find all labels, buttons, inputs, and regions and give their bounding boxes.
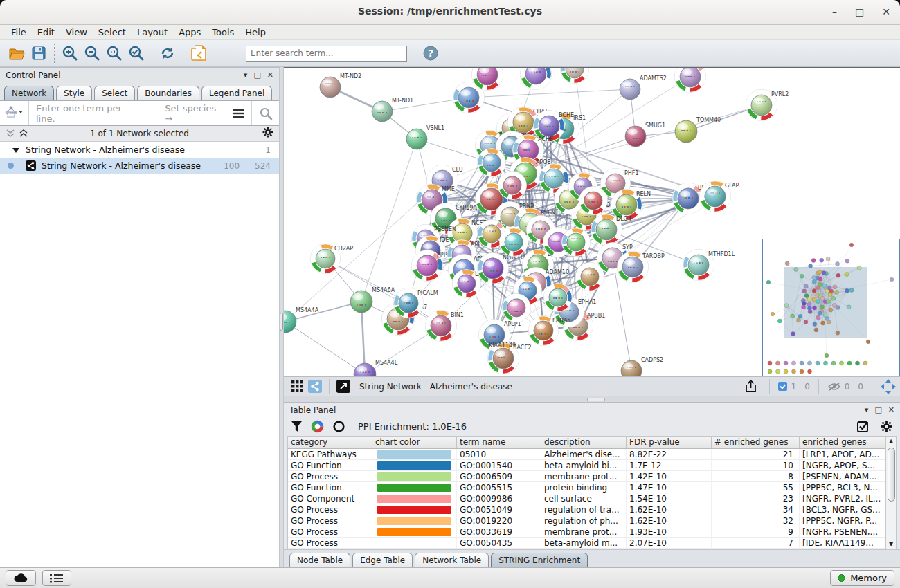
menu-apps[interactable]: Apps <box>173 25 206 40</box>
menu-tools[interactable]: Tools <box>206 25 240 40</box>
string-share-icon[interactable] <box>306 376 324 398</box>
network-node[interactable] <box>478 149 506 177</box>
save-session-button[interactable] <box>28 42 50 64</box>
export-network-icon[interactable] <box>741 376 761 398</box>
close-button[interactable]: ✕ <box>882 5 890 19</box>
network-node[interactable] <box>544 284 573 312</box>
tab-network[interactable]: Network <box>4 86 54 100</box>
network-node[interactable] <box>562 228 591 257</box>
panel-menu-icon[interactable]: ▾ <box>244 71 248 80</box>
set-species-label[interactable]: Set species → <box>165 103 224 124</box>
scroll-thumb[interactable] <box>888 448 895 502</box>
table-row[interactable]: GO ProcessGO:0050435beta-amyloid m...2.0… <box>288 538 885 549</box>
minimize-button[interactable]: – <box>832 5 837 19</box>
network-node[interactable]: MS4A4A <box>284 307 319 333</box>
column-header-category[interactable]: category <box>288 437 372 448</box>
network-node[interactable]: MT-ND1 <box>372 98 413 122</box>
refresh-icon[interactable] <box>156 42 179 64</box>
table-tab-string-enrichment[interactable]: STRING Enrichment <box>491 553 588 567</box>
column-header-chart-color[interactable]: chart color <box>372 437 457 448</box>
table-row[interactable]: GO FunctionGO:0001540beta-amyloid bi...1… <box>288 460 885 471</box>
table-row[interactable]: GO ProcessGO:0019220regulation of ph...1… <box>288 515 885 526</box>
network-node[interactable]: PVRL2 <box>746 90 789 121</box>
table-scrollbar[interactable]: ▲ ▼ <box>885 437 896 549</box>
string-menu-icon[interactable] <box>224 101 251 125</box>
table-tab-edge-table[interactable]: Edge Table <box>352 553 413 567</box>
column-header-FDR-p-value[interactable]: FDR p-value <box>627 437 712 448</box>
open-in-new-icon[interactable] <box>334 376 352 398</box>
task-list-button[interactable] <box>42 570 71 586</box>
scroll-up-icon[interactable]: ▲ <box>887 438 895 444</box>
table-tab-network-table[interactable]: Network Table <box>415 553 489 567</box>
network-node[interactable] <box>500 228 528 257</box>
table-tab-node-table[interactable]: Node Table <box>289 553 350 567</box>
string-search-icon[interactable] <box>251 101 279 125</box>
panel-float-icon[interactable]: □ <box>253 71 260 80</box>
network-node[interactable]: GFAP <box>700 181 739 212</box>
network-node[interactable]: DLG4 <box>591 214 631 246</box>
copy-network-icon[interactable] <box>188 42 210 64</box>
network-node[interactable] <box>561 68 589 84</box>
network-node[interactable] <box>576 263 604 291</box>
menu-file[interactable]: File <box>6 25 32 40</box>
tab-select[interactable]: Select <box>94 86 135 100</box>
table-row[interactable]: GO ProcessGO:0051049regulation of tra...… <box>288 504 885 515</box>
grid-view-icon[interactable] <box>288 376 306 398</box>
zoom-out-icon[interactable] <box>81 42 103 64</box>
network-tree-row[interactable]: String Network - Alzheimer's disease1 <box>0 142 279 158</box>
menu-view[interactable]: View <box>60 25 93 40</box>
network-node[interactable]: CADPS2 <box>621 357 663 376</box>
string-search-placeholder[interactable]: Enter one term per line. <box>36 103 138 124</box>
tab-legend-panel[interactable]: Legend Panel <box>201 86 272 100</box>
menu-edit[interactable]: Edit <box>32 25 60 40</box>
menu-help[interactable]: Help <box>240 25 271 40</box>
birdseye-panel[interactable] <box>762 239 900 376</box>
menu-select[interactable]: Select <box>93 25 132 40</box>
horizontal-splitter[interactable] <box>284 396 900 402</box>
tab-boundaries[interactable]: Boundaries <box>137 86 199 100</box>
network-node[interactable] <box>498 172 527 200</box>
table-row[interactable]: GO FunctionGO:0005515protein binding1.47… <box>288 482 885 493</box>
tab-style[interactable]: Style <box>56 86 92 100</box>
network-node[interactable]: MTHFD1L <box>683 250 735 281</box>
chart-settings-icon[interactable] <box>311 420 324 433</box>
memory-button[interactable]: Memory <box>830 570 894 586</box>
network-view[interactable]: MT-ND2MT-ND1VSNL1GAB2ADAMTS2SMUG1TOMM40P… <box>284 67 900 376</box>
splitter-grip[interactable] <box>587 398 605 401</box>
maximize-button[interactable]: □ <box>855 5 864 19</box>
network-node[interactable] <box>503 294 531 322</box>
network-node[interactable]: TOMM40 <box>675 117 721 143</box>
network-node[interactable] <box>521 68 552 90</box>
vertical-splitter[interactable] <box>279 67 284 567</box>
zoom-fit-icon[interactable] <box>103 42 125 64</box>
panel-close-icon[interactable]: ✕ <box>267 71 273 80</box>
network-node[interactable] <box>579 187 608 215</box>
cloud-button[interactable] <box>6 570 36 586</box>
ring-chart-icon[interactable] <box>332 420 345 433</box>
panel-float-icon[interactable]: □ <box>874 405 881 414</box>
open-file-button[interactable] <box>6 42 28 64</box>
network-tree-row[interactable]: String Network - Alzheimer's disease1005… <box>0 158 279 174</box>
network-node[interactable]: BIN1 <box>426 311 464 342</box>
table-row[interactable]: KEGG Pathways05010Alzheimer's dise...8.8… <box>288 449 885 460</box>
network-node[interactable]: TARDBP <box>618 252 665 283</box>
menu-layout[interactable]: Layout <box>132 25 173 40</box>
column-header-term-name[interactable]: term name <box>457 437 541 448</box>
selected-checkbox-icon[interactable] <box>778 382 788 392</box>
collapse-triangle-icon[interactable] <box>12 147 19 153</box>
zoom-in-icon[interactable] <box>59 42 81 64</box>
network-node[interactable]: CD2AP <box>311 244 354 274</box>
birdseye-toggle-icon[interactable] <box>881 379 896 394</box>
panel-menu-icon[interactable]: ▾ <box>865 405 869 414</box>
network-node[interactable]: ADAMTS2 <box>620 75 667 100</box>
column-header-enriched-genes[interactable]: enriched genes <box>800 437 885 448</box>
help-icon[interactable]: ? <box>420 42 442 64</box>
table-row[interactable]: GO ProcessGO:0006509membrane prot...1.42… <box>288 471 885 482</box>
filter-icon[interactable] <box>291 421 303 432</box>
string-logo-dropdown[interactable]: STRING <box>0 101 29 125</box>
table-row[interactable]: GO ComponentGO:0009986cell surface1.54E-… <box>288 493 885 504</box>
network-node[interactable]: MT-ND2 <box>320 73 361 98</box>
network-node[interactable] <box>675 68 706 93</box>
search-input[interactable] <box>246 46 407 62</box>
table-row[interactable]: GO ProcessGO:0033619membrane prot...1.93… <box>288 526 885 538</box>
